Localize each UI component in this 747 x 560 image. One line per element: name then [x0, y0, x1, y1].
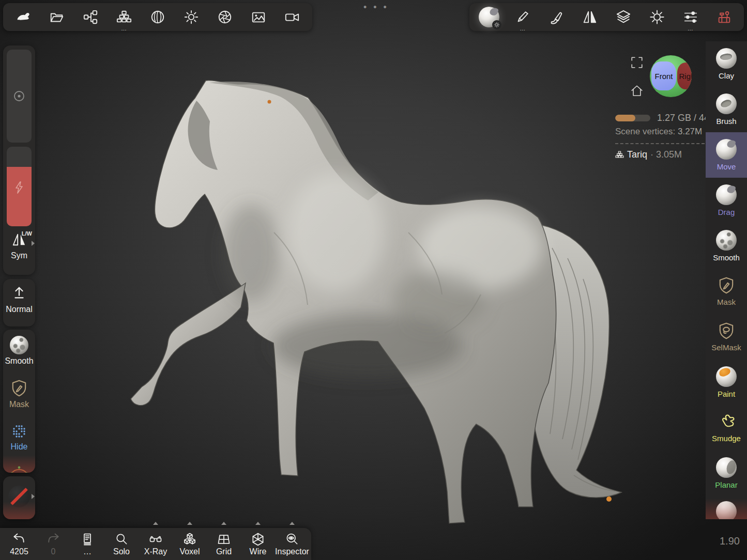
- tool-paint[interactable]: Paint: [706, 360, 747, 405]
- tool-clay[interactable]: Clay: [706, 41, 747, 87]
- tool-drag-label: Drag: [718, 208, 735, 216]
- quick-mask-button[interactable]: Mask: [3, 379, 35, 409]
- redo-button[interactable]: 0: [37, 532, 69, 556]
- orientation-gizmo[interactable]: Front Right: [650, 55, 692, 97]
- normal-mode-button[interactable]: Normal: [3, 285, 35, 314]
- stroke-pencil-button[interactable]: …: [508, 3, 537, 31]
- intensity-slider[interactable]: [7, 147, 32, 226]
- files-button[interactable]: [42, 3, 71, 31]
- painting-settings-button[interactable]: [542, 3, 571, 31]
- clay-tool-icon: [716, 48, 737, 69]
- solo-button[interactable]: Solo: [105, 532, 138, 556]
- matcap-material-button[interactable]: [143, 3, 172, 31]
- tool-sidebar: Clay Brush Move Drag Smooth Mask SelMask…: [706, 41, 747, 519]
- voxel-cubes-icon: [185, 533, 195, 543]
- mane-marker-dot: [268, 100, 271, 104]
- stroke-more-dots: …: [520, 26, 526, 30]
- top-left-toolbar: …: [3, 3, 312, 31]
- no-material-button[interactable]: [3, 486, 35, 507]
- home-view-button[interactable]: [630, 84, 644, 98]
- quick-gizmo-button[interactable]: [3, 463, 35, 473]
- stats-separator: [615, 143, 705, 144]
- memory-text: 1.27 GB / 442 M: [657, 113, 706, 123]
- layer-vertex-count: · 3.05M: [650, 149, 682, 160]
- sym-expand-arrow[interactable]: [32, 241, 35, 246]
- postprocess-aperture-button[interactable]: [210, 3, 239, 31]
- tool-paint-label: Paint: [718, 390, 735, 398]
- xray-label: X-Ray: [144, 547, 167, 556]
- paint-tool-icon: [716, 366, 737, 387]
- tool-planar-label: Planar: [715, 480, 737, 489]
- radius-slider[interactable]: [7, 50, 32, 143]
- symmetry-toggle[interactable]: L/W Sym: [3, 229, 35, 260]
- tool-next-partial[interactable]: [706, 496, 747, 519]
- layers-bricks-button[interactable]: …: [110, 3, 139, 31]
- tool-smooth-label: Smooth: [713, 253, 740, 262]
- tool-clay-label: Clay: [719, 71, 734, 80]
- left-material-panel: [3, 476, 35, 519]
- background-image-button[interactable]: [244, 3, 273, 31]
- bottom-toolbar: 4205 0 … Solo X-Ray Voxel Grid Wire: [0, 528, 311, 560]
- normal-label: Normal: [3, 305, 35, 314]
- intensity-slider-fill: [7, 167, 32, 227]
- tool-smooth[interactable]: Smooth: [706, 223, 747, 269]
- grid-options-caret[interactable]: [221, 522, 226, 525]
- nomad-logo[interactable]: [9, 3, 38, 31]
- interface-sliders-button[interactable]: …: [676, 3, 705, 31]
- tool-drag[interactable]: Drag: [706, 178, 747, 223]
- tool-selmask-label: SelMask: [711, 343, 741, 352]
- quick-smooth-button[interactable]: Smooth: [3, 336, 35, 366]
- material-expand-arrow[interactable]: [32, 494, 35, 499]
- partial-tool-icon: [716, 501, 737, 519]
- quick-hide-label: Hide: [3, 442, 35, 452]
- undo-button[interactable]: 4205: [3, 532, 35, 556]
- left-normal-panel: Normal: [3, 279, 35, 326]
- settings-gear-button[interactable]: [643, 3, 672, 31]
- camera-button[interactable]: [278, 3, 307, 31]
- left-slider-panel: L/W Sym: [3, 45, 35, 275]
- wire-button[interactable]: Wire: [242, 532, 274, 556]
- xray-button[interactable]: X-Ray: [140, 532, 172, 556]
- sliders-more-dots: …: [688, 26, 694, 30]
- memory-bar-fill: [615, 115, 635, 121]
- tool-move[interactable]: Move: [706, 132, 747, 178]
- layers-stack-button[interactable]: [609, 3, 638, 31]
- layer-bricks-icon: [616, 151, 623, 158]
- wire-options-caret[interactable]: [255, 522, 261, 525]
- horse-sculpture[interactable]: [119, 77, 636, 532]
- gizmo-front-face[interactable]: Front: [651, 61, 676, 90]
- undo-icon: [14, 534, 23, 542]
- history-button[interactable]: …: [71, 532, 103, 556]
- tool-brush[interactable]: Brush: [706, 87, 747, 132]
- voxel-button[interactable]: Voxel: [174, 532, 206, 556]
- symmetry-mirror-button[interactable]: [575, 3, 604, 31]
- scene-graph-button[interactable]: [76, 3, 105, 31]
- quick-hide-button[interactable]: Hide: [3, 423, 35, 452]
- lighting-sun-button[interactable]: [177, 3, 206, 31]
- undo-count: 4205: [10, 547, 28, 556]
- move-tool-icon: [716, 139, 737, 160]
- lightning-icon: [16, 182, 22, 193]
- smooth-tool-icon: [716, 230, 737, 251]
- sym-label: Sym: [3, 251, 35, 260]
- tool-smudge-label: Smudge: [712, 434, 741, 443]
- xray-glasses-icon: [150, 536, 161, 541]
- grid-button[interactable]: Grid: [208, 532, 240, 556]
- active-tool-material-button[interactable]: [475, 3, 504, 31]
- toolbox-button[interactable]: [710, 3, 739, 31]
- gizmo-right-face[interactable]: Right: [677, 63, 692, 89]
- xray-options-caret[interactable]: [153, 522, 158, 525]
- tool-smudge[interactable]: Smudge: [706, 405, 747, 450]
- voxel-options-caret[interactable]: [187, 522, 192, 525]
- redo-icon: [49, 534, 58, 542]
- active-layer-row[interactable]: Tariq · 3.05M: [615, 149, 706, 160]
- tool-planar[interactable]: Planar: [706, 450, 747, 496]
- horse-body: [155, 80, 556, 523]
- tool-mask[interactable]: Mask: [706, 269, 747, 314]
- fullscreen-button[interactable]: [630, 56, 644, 69]
- inspector-options-caret[interactable]: [289, 522, 295, 525]
- tool-selmask[interactable]: SelMask: [706, 314, 747, 360]
- zoom-scale-label: 1.90: [720, 535, 740, 547]
- wireframe-icon: [253, 533, 263, 545]
- inspector-button[interactable]: Inspector: [276, 532, 308, 556]
